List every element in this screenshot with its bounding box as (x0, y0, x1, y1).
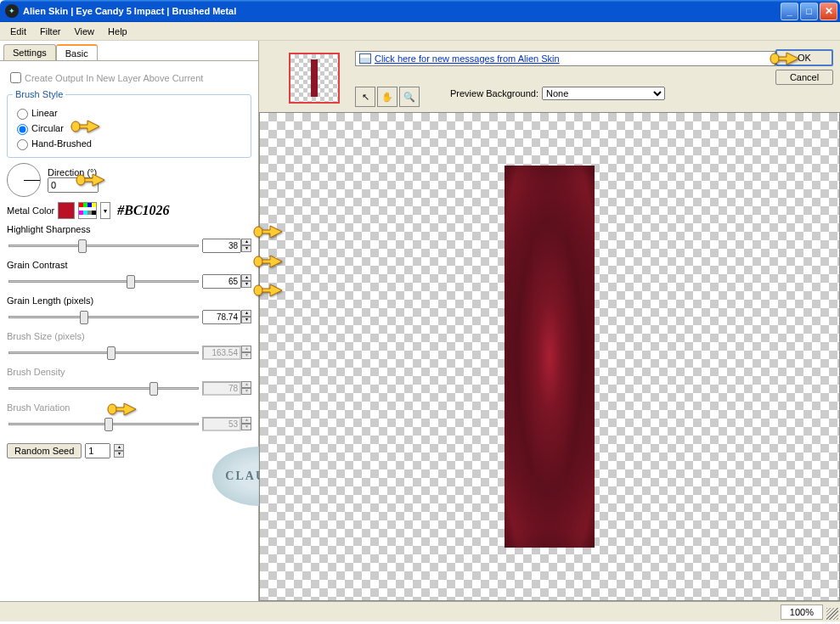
random-seed-button[interactable]: Random Seed (7, 443, 82, 458)
metal-color-label: Metal Color (7, 205, 54, 216)
grain-length-spin-down[interactable]: ▾ (241, 317, 251, 323)
brush-density-slider (8, 380, 199, 396)
ok-button[interactable]: OK (775, 49, 833, 66)
zoom-tool-icon[interactable]: 🔍 (399, 87, 420, 107)
grain-length-slider[interactable] (8, 309, 199, 324)
menubar: Edit Filter View Help (0, 22, 840, 41)
preview-bg-label: Preview Background: (450, 88, 538, 98)
metal-color-palette[interactable] (78, 202, 97, 219)
minimize-button[interactable]: _ (781, 3, 798, 20)
message-text: Click here for new messages from Alien S… (375, 53, 560, 64)
direction-input[interactable] (48, 177, 99, 193)
cancel-button[interactable]: Cancel (775, 70, 833, 85)
grain-contrast-slider[interactable] (8, 273, 199, 289)
preview-panel: Click here for new messages from Alien S… (259, 41, 840, 601)
tab-settings[interactable]: Settings (3, 44, 56, 61)
maximize-button[interactable]: □ (800, 3, 818, 20)
brush-style-legend: Brush Style (13, 89, 65, 99)
resize-grip[interactable] (826, 608, 838, 620)
direction-label: Direction (°) (48, 167, 99, 177)
menu-view[interactable]: View (67, 25, 101, 38)
message-icon (359, 53, 371, 64)
highlight-label: Highlight Sharpness (7, 224, 251, 234)
app-icon: ✦ (5, 4, 19, 18)
brush-density-spin-up: ▴ (241, 381, 251, 388)
brush-variation-spin-up: ▴ (241, 417, 251, 424)
grain-length-label: Grain Length (pixels) (7, 295, 251, 306)
brush-density-label: Brush Density (7, 367, 251, 377)
grain-contrast-label: Grain Contrast (7, 260, 251, 270)
brush-density-spin-down: ▾ (241, 388, 251, 395)
zoom-level: 100% (781, 604, 823, 620)
brush-style-circular[interactable]: Circular (13, 121, 245, 135)
grain-contrast-spin-down[interactable]: ▾ (241, 281, 251, 288)
random-seed-input[interactable] (85, 443, 110, 458)
create-output-label: Create Output In New Layer Above Current (25, 73, 203, 83)
brush-style-linear[interactable]: Linear (13, 106, 245, 120)
brush-style-hand[interactable]: Hand-Brushed (13, 137, 245, 150)
highlight-spin-down[interactable]: ▾ (241, 245, 251, 252)
statusbar: 100% (0, 601, 840, 621)
grain-length-input[interactable] (202, 310, 241, 324)
direction-dial[interactable] (7, 163, 41, 197)
preview-area[interactable] (259, 112, 840, 601)
brush-variation-spin-down: ▾ (241, 424, 251, 430)
message-link[interactable]: Click here for new messages from Alien S… (355, 51, 775, 66)
preview-bg-select[interactable]: None (542, 87, 665, 100)
close-button[interactable]: ✕ (820, 3, 837, 20)
brush-size-spin-down: ▾ (241, 352, 251, 359)
settings-panel: Settings Basic Create Output In New Laye… (0, 41, 259, 601)
highlight-input[interactable] (202, 239, 241, 253)
metal-color-hex: #BC1026 (117, 203, 169, 218)
brush-variation-slider (8, 416, 199, 431)
brush-density-input (202, 381, 241, 396)
menu-filter[interactable]: Filter (33, 25, 67, 38)
menu-edit[interactable]: Edit (3, 25, 33, 38)
random-seed-spin-down[interactable]: ▾ (114, 451, 124, 458)
grain-contrast-spin-up[interactable]: ▴ (241, 274, 251, 281)
grain-length-spin-up[interactable]: ▴ (241, 310, 251, 317)
hand-tool-icon[interactable]: ✋ (377, 87, 397, 107)
random-seed-spin-up[interactable]: ▴ (114, 444, 124, 451)
titlebar: ✦ Alien Skin | Eye Candy 5 Impact | Brus… (0, 0, 840, 22)
metal-color-dropdown[interactable]: ▾ (100, 202, 110, 219)
window-title: Alien Skin | Eye Candy 5 Impact | Brushe… (23, 6, 781, 16)
preview-thumb[interactable] (289, 53, 340, 104)
metal-color-swatch[interactable] (58, 202, 75, 219)
create-output-checkbox[interactable] (10, 72, 21, 83)
highlight-spin-up[interactable]: ▴ (241, 239, 251, 245)
tab-basic[interactable]: Basic (56, 44, 98, 61)
brush-size-slider (8, 345, 199, 360)
brush-variation-input (202, 417, 241, 431)
grain-contrast-input[interactable] (202, 274, 241, 289)
menu-help[interactable]: Help (101, 25, 134, 38)
brushed-metal-preview (505, 166, 595, 548)
brush-size-label: Brush Size (pixels) (7, 331, 251, 341)
brush-size-spin-up: ▴ (241, 346, 251, 352)
brush-size-input (202, 346, 241, 360)
create-output-checkbox-row[interactable]: Create Output In New Layer Above Current (7, 70, 251, 86)
highlight-slider[interactable] (8, 238, 199, 253)
brush-style-group: Brush Style Linear Circular Hand-Brushed (7, 89, 251, 158)
brush-variation-label: Brush Variation (7, 402, 251, 413)
move-tool-icon[interactable]: ↖ (355, 87, 375, 107)
